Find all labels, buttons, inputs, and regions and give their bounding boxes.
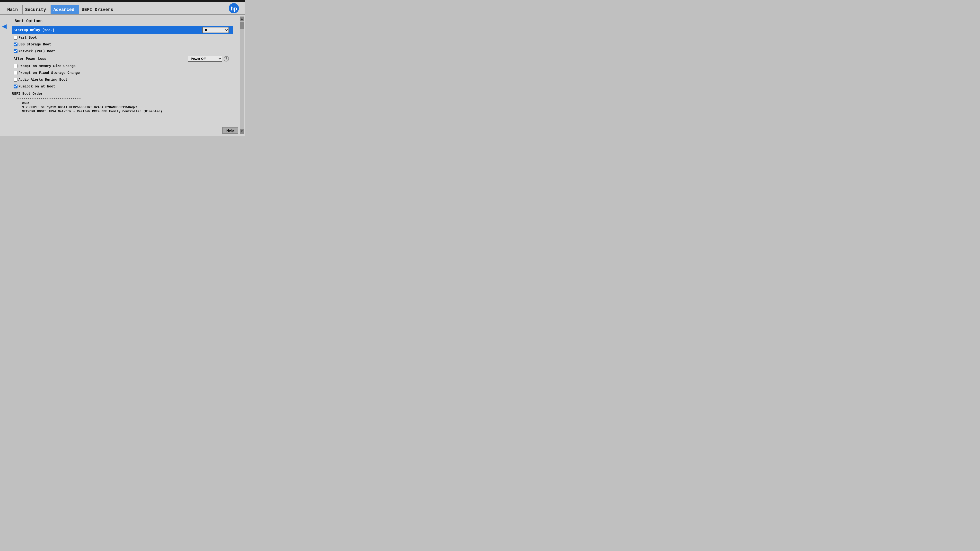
prompt-memory-row[interactable]: Prompt on Memory Size Change <box>12 63 233 70</box>
audio-alerts-row[interactable]: Audio Alerts During Boot <box>12 76 233 83</box>
tab-advanced[interactable]: Advanced <box>51 5 79 14</box>
prompt-storage-checkbox[interactable] <box>14 71 18 75</box>
fast-boot-checkbox[interactable] <box>14 36 18 40</box>
network-pxe-boot-checkbox[interactable] <box>14 49 18 53</box>
help-button[interactable]: Help <box>222 127 238 134</box>
hp-logo-icon: hp <box>228 3 240 14</box>
after-power-loss-label: After Power Loss <box>14 57 46 61</box>
startup-delay-row[interactable]: Startup Delay (sec.) 0 5 10 15 20 30 <box>12 26 233 34</box>
scrollbar[interactable]: ▲ ▼ <box>240 16 244 134</box>
prompt-memory-label[interactable]: Prompt on Memory Size Change <box>14 64 76 68</box>
scroll-down-button[interactable]: ▼ <box>240 129 244 134</box>
network-pxe-boot-row[interactable]: Network (PXE) Boot <box>12 48 233 55</box>
usb-storage-boot-row[interactable]: USB Storage Boot <box>12 41 233 48</box>
uefi-divider: ------------------------------ <box>17 97 238 100</box>
startup-delay-control[interactable]: 0 5 10 15 20 30 <box>202 27 229 33</box>
uefi-item-usb[interactable]: USB: <box>22 101 238 105</box>
numlock-row[interactable]: NumLock on at boot <box>12 83 233 90</box>
options-list: Startup Delay (sec.) 0 5 10 15 20 30 Fas… <box>12 26 233 90</box>
prompt-storage-row[interactable]: Prompt on Fixed Storage Change <box>12 70 233 76</box>
startup-delay-select[interactable]: 0 5 10 15 20 30 <box>202 27 229 33</box>
prompt-storage-label[interactable]: Prompt on Fixed Storage Change <box>14 71 80 75</box>
after-power-loss-row[interactable]: After Power Loss Power Off Power On Prev… <box>12 55 233 63</box>
uefi-item-network[interactable]: NETWORK BOOT: IPV4 Network - Realtek PCI… <box>22 110 238 113</box>
uefi-boot-order-section: UEFI Boot Order ------------------------… <box>12 92 238 113</box>
tab-security[interactable]: Security <box>22 5 51 14</box>
nav-tabs: Main Security Advanced UEFI Drivers hp H… <box>0 2 245 14</box>
uefi-item-ssd[interactable]: M.2 SSD1: SK hynix BC511 HFM256GDJTNI-82… <box>22 105 238 109</box>
prompt-memory-checkbox[interactable] <box>14 64 18 68</box>
usb-storage-boot-checkbox[interactable] <box>14 43 18 46</box>
scroll-thumb[interactable] <box>240 22 244 29</box>
startup-delay-label: Startup Delay (sec.) <box>14 28 54 32</box>
scroll-track <box>240 21 244 134</box>
tab-uefi-drivers[interactable]: UEFI Drivers <box>79 5 118 14</box>
content-area: ◀ Boot Options Startup Delay (sec.) 0 5 … <box>0 14 245 136</box>
audio-alerts-label[interactable]: Audio Alerts During Boot <box>14 78 68 82</box>
tab-main[interactable]: Main <box>5 5 22 14</box>
fast-boot-label[interactable]: Fast Boot <box>14 36 37 40</box>
audio-alerts-checkbox[interactable] <box>14 78 18 82</box>
after-power-loss-control[interactable]: Power Off Power On Previous State ? <box>188 56 229 62</box>
back-button[interactable]: ◀ <box>2 21 6 31</box>
section-title: Boot Options <box>14 19 238 23</box>
top-bar <box>0 0 245 2</box>
numlock-label[interactable]: NumLock on at boot <box>14 84 55 89</box>
fast-boot-row[interactable]: Fast Boot <box>12 34 233 41</box>
scroll-up-button[interactable]: ▲ <box>240 16 244 21</box>
uefi-boot-order-title: UEFI Boot Order <box>12 92 238 96</box>
svg-text:hp: hp <box>231 6 237 12</box>
usb-storage-boot-label[interactable]: USB Storage Boot <box>14 43 51 46</box>
after-power-loss-help-icon[interactable]: ? <box>224 56 229 62</box>
after-power-loss-select[interactable]: Power Off Power On Previous State <box>188 56 222 62</box>
numlock-checkbox[interactable] <box>14 84 18 89</box>
network-pxe-boot-label[interactable]: Network (PXE) Boot <box>14 49 55 53</box>
